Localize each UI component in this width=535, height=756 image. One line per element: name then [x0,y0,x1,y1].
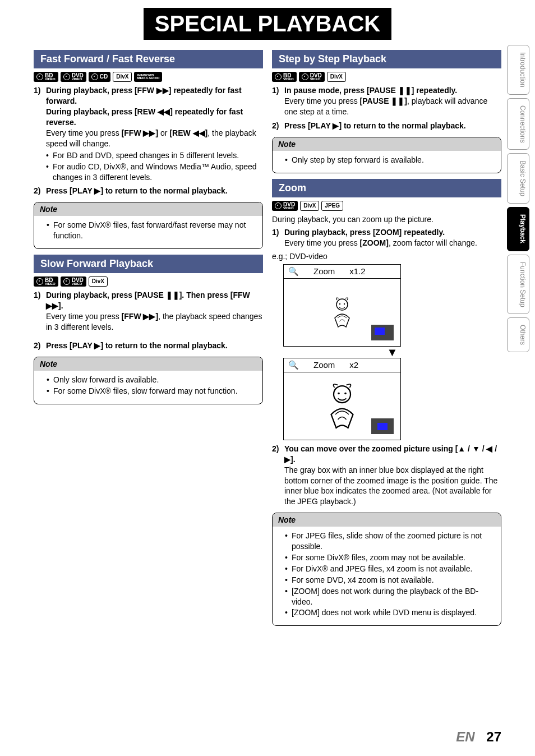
svg-point-1 [339,303,340,305]
note-heading: Note [34,202,262,216]
page-title: SPECIAL PLAYBACK [144,8,391,40]
ffrev-bullet-1: For BD and DVD, speed changes in 5 diffe… [46,150,263,161]
section-step-header: Step by Step Playback [272,50,501,68]
zoom-factor-2: x2 [349,360,358,370]
tab-playback[interactable]: Playback [507,207,529,251]
section-ffrev-header: Fast Forward / Fast Reverse [34,50,263,68]
zoom-note-1: For JPEG files, slide show of the zoomed… [285,531,495,552]
pause-icon: ❚❚ [391,96,404,105]
badge-bd: BDVIDEO [34,276,58,287]
slow-step1: During playback, press [PAUSE ❚❚]. Then … [34,290,263,333]
ffrev-badges: BDVIDEO DVDVIDEO CD DivX WINDOWSMEDIA AU… [34,72,263,82]
slow-step2: Press [PLAY ▶] to return to the normal p… [34,340,263,351]
position-guide [371,325,394,340]
zoom-note-5: [ZOOM] does not work during the playback… [285,586,495,607]
character-icon [323,381,362,431]
ffrev-step1: During playback, press [FFW ▶▶] repeated… [34,85,263,182]
zoom-note-3: For DivX® and JPEG files, x4 zoom is not… [285,564,495,574]
zoom-note-4: For some DVD, x4 zoom is not available. [285,575,495,586]
step-note: Note Only step by step forward is availa… [272,137,501,173]
right-column: Step by Step Playback BDVIDEO DVDVIDEO D… [272,45,501,631]
badge-cd: CD [89,72,110,82]
badge-dvd: DVDVIDEO [272,201,298,211]
tab-function-setup[interactable]: Function Setup [507,255,529,315]
ffrev-note-1: For some DivX® files, fast forward/fast … [47,220,257,241]
position-guide [371,418,394,434]
pause-icon: ❚❚ [398,86,412,95]
step-step1: In pause mode, press [PAUSE ❚❚] repeated… [272,85,501,117]
badge-bd: BDVIDEO [272,72,297,82]
left-column: Fast Forward / Fast Reverse BDVIDEO DVDV… [34,45,263,631]
note-heading: Note [273,137,501,151]
slow-note: Note Only slow forward is available. For… [34,357,263,404]
step-step2: Press [PLAY ▶] to return to the normal p… [272,121,501,131]
ffrev-steps: During playback, press [FFW ▶▶] repeated… [34,85,263,196]
zoom-step1: During playback, press [ZOOM] repeatedly… [272,227,501,248]
badge-divx: DivX [89,276,108,287]
section-slow-header: Slow Forward Playback [34,255,263,273]
character-icon [329,296,355,329]
zoom-note-2: For some DivX® files, zoom may not be av… [285,552,495,563]
tab-connections[interactable]: Connections [507,98,529,150]
note-heading: Note [273,513,501,527]
svg-point-2 [344,303,345,305]
tab-others[interactable]: Others [507,317,529,352]
ffrev-note: Note For some DivX® files, fast forward/… [34,202,263,249]
zoom-label-2: Zoom [313,360,335,370]
badge-divx: DivX [300,201,319,211]
note-heading: Note [34,357,262,371]
badge-divx: DivX [113,72,132,82]
zoom-note-6: [ZOOM] does not work while DVD menu is d… [285,607,495,618]
step-note-1: Only step by step forward is available. [285,155,495,165]
zoom-steps: During playback, press [ZOOM] repeatedly… [272,227,501,248]
magnifier-icon: 🔍 [288,266,299,276]
zoom-step2: You can move over the zoomed picture usi… [272,444,501,507]
lang-code: EN [456,729,474,744]
badge-bd: BDVIDEO [34,72,58,82]
step-steps: In pause mode, press [PAUSE ❚❚] repeated… [272,85,501,131]
tab-introduction[interactable]: Introduction [507,45,529,95]
badge-dvd: DVDVIDEO [61,276,86,287]
ffrev-bullet-2: For audio CD, DivX®, and Windows Media™ … [46,162,263,183]
badge-wma: WINDOWSMEDIA AUDIO [134,72,162,82]
zoom-frame-2: 🔍 Zoom x2 [283,358,401,440]
ffw-icon: ▶▶ [156,86,169,95]
zoom-steps-2: You can move over the zoomed picture usi… [272,444,501,507]
badge-dvd: DVDVIDEO [299,72,325,82]
down-arrow-icon: ▼ [283,349,501,356]
side-tabs: Introduction Connections Basic Setup Pla… [507,45,529,352]
page-number: 27 [486,729,501,744]
svg-point-4 [338,393,340,395]
page-footer: EN 27 [456,729,501,745]
tab-basic-setup[interactable]: Basic Setup [507,153,529,204]
step-badges: BDVIDEO DVDVIDEO DivX [272,72,501,82]
rew-icon: ◀◀ [193,128,205,137]
badge-dvd: DVDVIDEO [61,72,86,82]
slow-steps: During playback, press [PAUSE ❚❚]. Then … [34,290,263,351]
ffrev-bullets: For BD and DVD, speed changes in 5 diffe… [46,150,263,183]
zoom-label-1: Zoom [313,266,335,276]
rew-icon: ◀◀ [158,107,170,116]
ffw-icon: ▶▶ [143,312,155,321]
zoom-badges: DVDVIDEO DivX JPEG [272,201,501,211]
badge-jpeg: JPEG [321,201,343,211]
zoom-intro: During playback, you can zoom up the pic… [272,214,501,225]
ffrev-step2: Press [PLAY ▶] to return to the normal p… [34,186,263,196]
badge-divx: DivX [327,72,346,82]
zoom-diagram: 🔍 Zoom x1.2 [283,264,501,440]
ffw-icon: ▶▶ [143,128,155,137]
svg-point-5 [344,393,347,395]
zoom-factor-1: x1.2 [349,266,365,276]
slow-note-1: Only slow forward is available. [47,375,257,385]
play-icon: ▶ [333,121,339,130]
zoom-frame-1: 🔍 Zoom x1.2 [283,264,401,347]
slow-badges: BDVIDEO DVDVIDEO DivX [34,276,263,287]
zoom-eg: e.g.; DVD-video [272,252,501,261]
play-icon: ▶ [94,341,100,350]
slow-note-2: For some DivX® files, slow forward may n… [47,386,257,397]
ffw-icon: ▶▶ [46,301,58,310]
pause-icon: ❚❚ [166,291,179,299]
zoom-note: Note For JPEG files, slide show of the z… [272,513,501,626]
section-zoom-header: Zoom [272,179,501,197]
play-icon: ▶ [94,186,100,195]
